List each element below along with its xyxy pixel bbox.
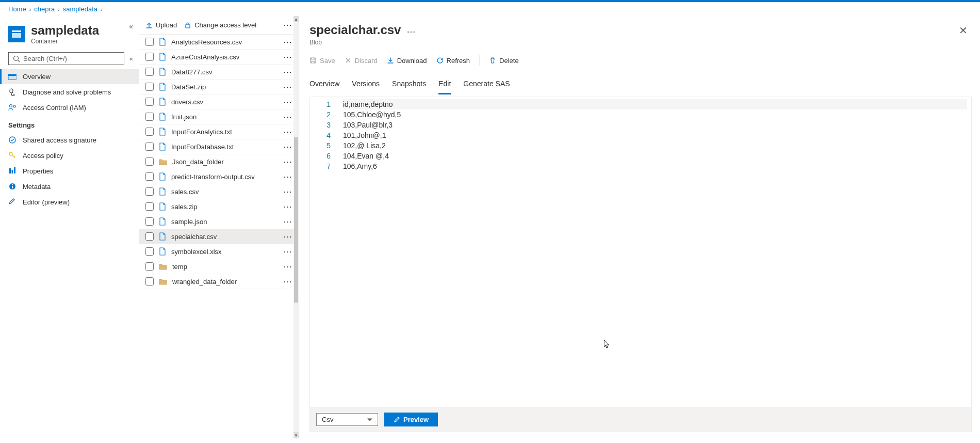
file-row[interactable]: specialchar.csv···	[139, 229, 299, 244]
file-name[interactable]: wrangled_data_folder	[172, 278, 276, 286]
file-row[interactable]: predict-transform-output.csv···	[139, 169, 299, 184]
file-checkbox[interactable]	[145, 53, 154, 61]
scrollbar-vertical[interactable]: ▲ ▼	[293, 16, 299, 438]
refresh-button[interactable]: Refresh	[436, 57, 470, 65]
file-row[interactable]: InputForDatabase.txt···	[139, 139, 299, 154]
file-row[interactable]: AzureCostAnalysis.csv···	[139, 50, 299, 65]
file-checkbox[interactable]	[145, 38, 154, 46]
code-line[interactable]: 101,John@,1	[343, 130, 967, 140]
scrollbar-thumb[interactable]	[294, 137, 298, 303]
tab-versions[interactable]: Versions	[352, 76, 380, 94]
more-icon[interactable]: ···	[282, 218, 295, 226]
more-icon[interactable]: ···	[282, 278, 295, 286]
more-icon[interactable]: ···	[282, 233, 295, 241]
more-icon[interactable]: ···	[282, 248, 295, 256]
file-name[interactable]: Data8277.csv	[171, 68, 276, 76]
nav-item-overview[interactable]: Overview	[0, 69, 139, 84]
code-line[interactable]: 105,Chloe@hyd,5	[343, 109, 967, 120]
file-name[interactable]: InputForAnalytics.txt	[171, 128, 276, 136]
download-button[interactable]: Download	[387, 57, 427, 65]
code-line[interactable]: 102,@ Lisa,2	[343, 140, 967, 151]
file-row[interactable]: Data8277.csv···	[139, 65, 299, 80]
collapse-sidebar-icon[interactable]: «	[129, 22, 133, 30]
file-checkbox[interactable]	[145, 187, 154, 196]
nav-item-diagnose-and-solve-problems[interactable]: Diagnose and solve problems	[0, 84, 139, 100]
file-row[interactable]: sample.json···	[139, 214, 299, 229]
file-name[interactable]: DataSet.zip	[171, 83, 276, 91]
scrollbar-down-icon[interactable]: ▼	[293, 432, 299, 438]
nav-item-editor-preview-[interactable]: Editor (preview)	[0, 194, 139, 210]
more-icon[interactable]: ···	[282, 38, 295, 46]
more-icon[interactable]: ···	[282, 68, 295, 76]
collapse-search-icon[interactable]: «	[129, 55, 133, 62]
more-icon[interactable]: ···	[284, 21, 292, 29]
file-row[interactable]: DataSet.zip···	[139, 80, 299, 94]
nav-item-access-control-iam-[interactable]: Access Control (IAM)	[0, 100, 139, 115]
more-icon[interactable]: ···	[282, 53, 295, 61]
file-checkbox[interactable]	[145, 128, 154, 136]
more-icon[interactable]: ···	[282, 98, 295, 106]
breadcrumb-chepra[interactable]: chepra	[34, 5, 55, 13]
file-name[interactable]: drivers.csv	[171, 98, 276, 106]
file-row[interactable]: InputForAnalytics.txt···	[139, 124, 299, 139]
tab-snapshots[interactable]: Snapshots	[392, 76, 426, 94]
file-checkbox[interactable]	[145, 217, 154, 226]
file-checkbox[interactable]	[145, 172, 154, 181]
code-line[interactable]: id,name,deptno	[343, 99, 967, 109]
file-name[interactable]: InputForDatabase.txt	[171, 143, 276, 151]
file-checkbox[interactable]	[145, 113, 154, 121]
nav-item-metadata[interactable]: Metadata	[0, 179, 139, 194]
tab-edit[interactable]: Edit	[438, 76, 451, 94]
file-name[interactable]: Json_data_folder	[172, 158, 276, 166]
breadcrumb-home[interactable]: Home	[8, 5, 26, 13]
tab-overview[interactable]: Overview	[309, 76, 339, 94]
more-icon[interactable]: ···	[282, 263, 295, 271]
more-icon[interactable]: ···	[282, 83, 295, 91]
file-checkbox[interactable]	[145, 143, 154, 151]
upload-button[interactable]: Upload	[145, 21, 177, 29]
nav-item-shared-access-signature[interactable]: Shared access signature	[0, 132, 139, 148]
file-row[interactable]: drivers.csv···	[139, 94, 299, 109]
tab-generate-sas[interactable]: Generate SAS	[463, 76, 510, 94]
file-checkbox[interactable]	[145, 83, 154, 91]
file-checkbox[interactable]	[145, 247, 154, 256]
file-name[interactable]: symbolexcel.xlsx	[171, 248, 276, 256]
breadcrumb-sampledata[interactable]: sampledata	[63, 5, 97, 13]
file-row[interactable]: temp···	[139, 259, 299, 274]
file-name[interactable]: sales.zip	[171, 203, 276, 211]
code-line[interactable]: 106,Amy,6	[343, 161, 967, 171]
file-row[interactable]: symbolexcel.xlsx···	[139, 244, 299, 259]
change-access-button[interactable]: Change access level	[184, 21, 256, 29]
file-row[interactable]: sales.zip···	[139, 199, 299, 214]
file-row[interactable]: Json_data_folder···	[139, 154, 299, 169]
more-icon[interactable]: ···	[282, 173, 295, 181]
editor-content[interactable]: id,name,deptno105,Chloe@hyd,5103,Paul@bl…	[339, 97, 971, 407]
more-icon[interactable]: ···	[282, 113, 295, 121]
file-name[interactable]: specialchar.csv	[171, 233, 276, 241]
file-name[interactable]: temp	[172, 263, 276, 271]
file-row[interactable]: sales.csv···	[139, 184, 299, 199]
more-icon[interactable]: ···	[282, 203, 295, 211]
file-row[interactable]: AnalyticsResources.csv···	[139, 35, 299, 50]
file-name[interactable]: AnalyticsResources.csv	[171, 38, 276, 46]
file-row[interactable]: wrangled_data_folder···	[139, 274, 299, 289]
search-input[interactable]: Search (Ctrl+/)	[8, 52, 124, 65]
scrollbar-up-icon[interactable]: ▲	[293, 16, 299, 22]
nav-item-access-policy[interactable]: Access policy	[0, 148, 139, 163]
code-line[interactable]: 104,Evan @,4	[343, 151, 967, 161]
preview-button[interactable]: Preview	[384, 413, 438, 426]
file-checkbox[interactable]	[145, 157, 154, 166]
code-line[interactable]: 103,Paul@blr,3	[343, 120, 967, 130]
file-checkbox[interactable]	[145, 277, 154, 286]
more-icon[interactable]: ···	[282, 128, 295, 136]
more-icon[interactable]: ···	[282, 188, 295, 196]
more-icon[interactable]: ···	[407, 28, 416, 36]
file-checkbox[interactable]	[145, 202, 154, 211]
file-row[interactable]: fruit.json···	[139, 109, 299, 124]
code-editor[interactable]: 1234567 id,name,deptno105,Chloe@hyd,5103…	[309, 97, 972, 407]
file-checkbox[interactable]	[145, 262, 154, 271]
more-icon[interactable]: ···	[282, 158, 295, 166]
file-name[interactable]: sample.json	[171, 218, 276, 226]
file-name[interactable]: fruit.json	[171, 113, 276, 121]
format-select[interactable]: Csv	[316, 413, 378, 426]
